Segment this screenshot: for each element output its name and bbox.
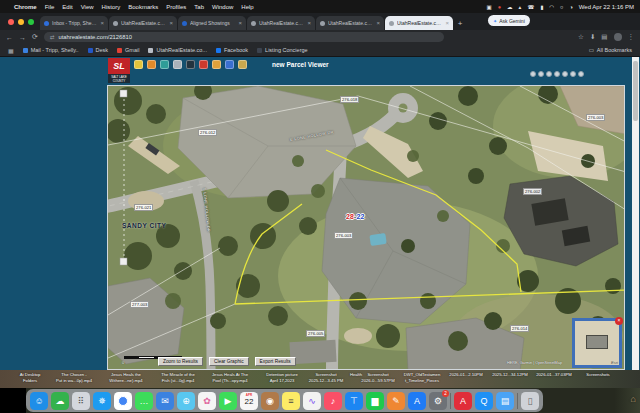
- tab-close-icon[interactable]: ×: [238, 20, 242, 26]
- status-icon[interactable]: ◠: [549, 4, 554, 10]
- dock-icon[interactable]: ▶: [219, 392, 237, 410]
- map-nav-button[interactable]: [530, 71, 536, 77]
- address-bar[interactable]: ⇄ utahrealestate.com/2126810: [44, 32, 444, 42]
- dock-icon[interactable]: ♪: [324, 392, 342, 410]
- chrome-menu-icon[interactable]: ⋮: [628, 33, 635, 41]
- browser-tab[interactable]: UtahRealEstate.com | Lip ×: [109, 16, 177, 30]
- parcel-label[interactable]: 277-003: [130, 301, 149, 308]
- dock-icon[interactable]: ◉: [261, 392, 279, 410]
- dock-icon[interactable]: ☁: [51, 392, 69, 410]
- dock-icon[interactable]: [114, 392, 132, 410]
- map-nav-button[interactable]: [546, 71, 552, 77]
- back-button[interactable]: ←: [6, 34, 13, 41]
- map-nav-button[interactable]: [538, 71, 544, 77]
- tab-close-icon[interactable]: ×: [307, 20, 311, 26]
- status-icon[interactable]: ☎: [527, 4, 534, 10]
- map-action-button[interactable]: Zoom to Results: [158, 357, 203, 366]
- dock-icon[interactable]: ☺: [30, 392, 48, 410]
- tab-close-icon[interactable]: ×: [100, 20, 104, 26]
- profile-avatar[interactable]: [614, 33, 622, 41]
- salt-lake-county-logo[interactable]: SL SALT LAKE COUNTY: [108, 58, 130, 83]
- url-text[interactable]: utahrealestate.com/2126810: [58, 34, 131, 40]
- apps-grid-icon[interactable]: ▦: [8, 47, 14, 54]
- tab-close-icon[interactable]: ×: [445, 20, 449, 26]
- browser-tab[interactable]: UtahRealEstate.com | Lip ×: [247, 16, 315, 30]
- dock-icon[interactable]: …: [135, 392, 153, 410]
- ask-gemini-button[interactable]: ✦ Ask Gemini: [488, 15, 530, 26]
- tab-close-icon[interactable]: ×: [169, 20, 173, 26]
- map-nav-button[interactable]: [578, 71, 584, 77]
- menubar-item[interactable]: File: [45, 4, 55, 10]
- selected-parcel-label[interactable]: 28–22: [346, 213, 364, 220]
- side-panel-icon[interactable]: ▤: [601, 33, 607, 41]
- dock-icon[interactable]: A: [454, 392, 472, 410]
- parcel-label[interactable]: 276-018: [340, 96, 359, 103]
- forward-button[interactable]: →: [19, 34, 26, 41]
- desktop-file-label[interactable]: Screenshots: [572, 372, 624, 378]
- dock-icon[interactable]: APR 22: [240, 392, 258, 410]
- bookmark-item[interactable]: Listing Concierge: [257, 47, 308, 53]
- dock-icon[interactable]: A: [408, 392, 426, 410]
- map-nav-button[interactable]: [570, 71, 576, 77]
- site-permissions-icon[interactable]: ⇄: [50, 34, 55, 40]
- overview-inset-map[interactable]: × Esri: [572, 318, 622, 368]
- dock-icon[interactable]: ✉: [156, 392, 174, 410]
- dock-icon[interactable]: ▯: [521, 392, 539, 410]
- viewer-tool-icon[interactable]: [134, 60, 143, 69]
- desktop-file-label[interactable]: Jesus Heals At The Pool (Th...opy.mp4: [204, 372, 256, 383]
- aerial-map[interactable]: 276-018276-012276-003276-002276-021276-0…: [107, 85, 625, 370]
- dock-icon[interactable]: ✵: [93, 392, 111, 410]
- bookmark-item[interactable]: Gmail: [117, 47, 139, 53]
- close-window-button[interactable]: [8, 19, 14, 25]
- bookmark-item[interactable]: Facebook: [216, 47, 248, 53]
- status-icon[interactable]: ▴: [519, 4, 522, 10]
- tab-close-icon[interactable]: ×: [376, 20, 380, 26]
- inset-close-button[interactable]: ×: [615, 317, 623, 325]
- new-tab-button[interactable]: +: [454, 16, 466, 30]
- bookmark-item[interactable]: Mail - Tripp, Shelly..: [23, 47, 79, 53]
- dock-icon[interactable]: ▆: [366, 392, 384, 410]
- browser-tab[interactable]: UtahRealEstate.com | Tax Do ×: [316, 16, 384, 30]
- viewer-tool-icon[interactable]: [173, 60, 182, 69]
- viewer-tool-icon[interactable]: [238, 60, 247, 69]
- parcel-label[interactable]: 276-012: [198, 129, 217, 136]
- status-icon[interactable]: ▮: [540, 4, 543, 10]
- reload-button[interactable]: ⟳: [32, 33, 38, 41]
- menubar-item[interactable]: Edit: [62, 4, 72, 10]
- status-icon[interactable]: ◑: [569, 4, 572, 10]
- bookmark-star-icon[interactable]: ☆: [578, 33, 584, 41]
- parcel-label[interactable]: 276-014: [510, 325, 529, 332]
- desktop-file-label[interactable]: The Miracle of the Fish (st...0g).mp4: [152, 372, 204, 383]
- menubar-item[interactable]: History: [102, 4, 121, 10]
- menubar-item[interactable]: Tab: [194, 4, 204, 10]
- map-action-button[interactable]: Export Results: [255, 357, 296, 366]
- bookmark-item[interactable]: Desk: [88, 47, 109, 53]
- bookmark-item[interactable]: UtahRealEstate.co...: [148, 47, 206, 53]
- page-scrollbar[interactable]: [632, 57, 639, 370]
- dock-icon[interactable]: ≡: [282, 392, 300, 410]
- dock-icon[interactable]: ⚙ 2: [429, 392, 447, 410]
- viewer-tool-icon[interactable]: [212, 60, 221, 69]
- dock-icon[interactable]: ✿: [198, 392, 216, 410]
- map-nav-button[interactable]: [554, 71, 560, 77]
- zoom-window-button[interactable]: [28, 19, 34, 25]
- dock-icon[interactable]: ✎: [387, 392, 405, 410]
- parcel-label[interactable]: 276-002: [523, 188, 542, 195]
- menubar-item[interactable]: Profiles: [166, 4, 186, 10]
- status-icon[interactable]: ○: [560, 4, 563, 10]
- menubar-item[interactable]: Bookmarks: [128, 4, 158, 10]
- dock-icon[interactable]: ⊤: [345, 392, 363, 410]
- inset-extent-rect[interactable]: [586, 335, 608, 349]
- parcel-label[interactable]: 276-005: [306, 330, 325, 337]
- desktop-file-label[interactable]: The Chosen - Put in wa...0p).mp4: [48, 372, 100, 383]
- browser-tab[interactable]: Aligned Showings ×: [178, 16, 246, 30]
- parcel-label[interactable]: 276-003: [334, 232, 353, 239]
- dock-icon[interactable]: ⊕: [177, 392, 195, 410]
- dock-icon[interactable]: Q: [475, 392, 493, 410]
- download-icon[interactable]: ⬇: [590, 33, 595, 41]
- dock-icon[interactable]: ⠿: [72, 392, 90, 410]
- dock-icon[interactable]: ∿: [303, 392, 321, 410]
- dock-icon[interactable]: ▤: [496, 392, 514, 410]
- minimize-window-button[interactable]: [18, 19, 24, 25]
- parcel-label[interactable]: 276-003: [586, 114, 605, 121]
